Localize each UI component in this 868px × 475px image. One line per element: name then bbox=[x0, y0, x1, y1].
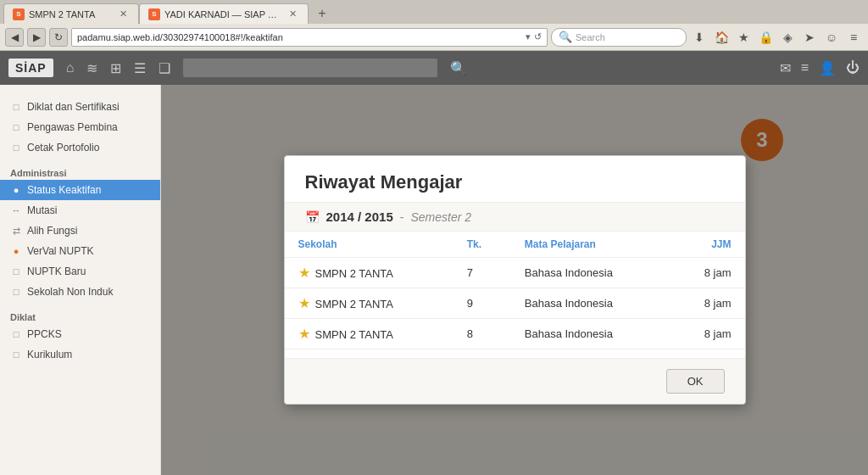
alih-icon: ⇄ bbox=[10, 225, 22, 237]
dialog-title: Riwayat Mengajar bbox=[305, 171, 725, 193]
cell-sekolah-1: ★SMPN 2 TANTA bbox=[285, 288, 453, 319]
star-icon-0: ★ bbox=[298, 265, 310, 280]
tab-close-2[interactable]: ✕ bbox=[287, 8, 299, 20]
table-row: ★SMPN 2 TANTA 8 Bahasa Indonesia 8 jam bbox=[285, 319, 745, 349]
bookmark-icon[interactable]: ★ bbox=[734, 28, 753, 47]
doc-icon[interactable]: ☰ bbox=[134, 60, 146, 76]
list-icon[interactable]: ≡ bbox=[801, 60, 809, 75]
menu-icon[interactable]: ≡ bbox=[844, 28, 863, 47]
col-jjm: JJM bbox=[670, 232, 744, 258]
tab-close-1[interactable]: ✕ bbox=[117, 8, 130, 20]
sidebar-item-mutasi[interactable]: ↔ Mutasi bbox=[0, 200, 160, 221]
app-bar-right: ✉ ≡ 👤 ⏻ bbox=[780, 60, 860, 76]
administrasi-title: Administrasi bbox=[0, 165, 160, 180]
sidebar-label-kurikulum: Kurikulum bbox=[27, 349, 72, 360]
sidebar-item-status[interactable]: ● Status Keaktifan bbox=[0, 180, 160, 200]
cell-mata-0: Bahasa Indonesia bbox=[511, 258, 670, 288]
dialog-semester: Semester 2 bbox=[410, 210, 471, 224]
content-area: 3 tu Digital an Cetak Kartu al. Cetak Ka… bbox=[161, 85, 868, 475]
feed-icon[interactable]: ≋ bbox=[86, 60, 97, 76]
main-layout: □ Diklat dan Sertifikasi □ Pengawas Pemb… bbox=[0, 85, 868, 475]
dialog-header: Riwayat Mengajar bbox=[285, 156, 745, 202]
sidebar-item-cetak-porto[interactable]: □ Cetak Portofolio bbox=[0, 137, 160, 158]
sidebar-section-top: □ Diklat dan Sertifikasi □ Pengawas Pemb… bbox=[0, 92, 160, 159]
sidebar-label-sekolah-non: Sekolah Non Induk bbox=[27, 286, 113, 298]
dialog-year: 2014 / 2015 bbox=[326, 210, 393, 224]
sidebar-item-ppcks[interactable]: □ PPCKS bbox=[0, 324, 160, 344]
star-icon-2: ★ bbox=[298, 327, 310, 341]
power-icon[interactable]: ⏻ bbox=[846, 60, 860, 75]
sidebar-label-nuptk: NUPTK Baru bbox=[27, 265, 86, 277]
diklat-section-title: Diklat bbox=[0, 309, 160, 324]
sidebar-label-ppcks: PPCKS bbox=[27, 328, 62, 340]
cetak-porto-icon: □ bbox=[10, 142, 22, 154]
tab-favicon-1: S bbox=[13, 8, 25, 20]
reload-button[interactable]: ↻ bbox=[49, 28, 68, 47]
tab-bar: S SMPN 2 TANTA ✕ S YADI KARNADI — SIAP P… bbox=[0, 0, 868, 24]
status-icon: ● bbox=[10, 184, 22, 196]
sekolah-non-icon: □ bbox=[10, 286, 22, 298]
siap-logo: SİAP bbox=[8, 59, 53, 77]
pengawas-icon: □ bbox=[10, 121, 22, 133]
search-icon: 🔍 bbox=[559, 31, 572, 43]
sidebar-item-diklat[interactable]: □ Diklat dan Sertifikasi bbox=[0, 97, 160, 117]
tab-title-2: YADI KARNADI — SIAP Pa... bbox=[164, 9, 282, 20]
cell-jjm-0: 8 jam bbox=[670, 258, 744, 288]
sidebar-section-administrasi: Administrasi ● Status Keaktifan ↔ Mutasi… bbox=[0, 159, 160, 304]
dialog-footer: OK bbox=[285, 358, 745, 404]
col-tk: Tk. bbox=[453, 232, 511, 258]
back-button[interactable]: ◀ bbox=[5, 28, 24, 47]
grid-icon[interactable]: ⊞ bbox=[110, 60, 121, 76]
refresh-icon[interactable]: ↺ bbox=[534, 31, 542, 42]
download-icon[interactable]: ⬇ bbox=[690, 28, 709, 47]
mutasi-icon: ↔ bbox=[10, 204, 22, 216]
lock-icon[interactable]: 🔒 bbox=[756, 28, 775, 47]
table-row: ★SMPN 2 TANTA 9 Bahasa Indonesia 8 jam bbox=[285, 288, 745, 319]
ok-button[interactable]: OK bbox=[666, 369, 725, 394]
cell-sekolah-2: ★SMPN 2 TANTA bbox=[285, 319, 453, 349]
new-tab-button[interactable]: + bbox=[312, 5, 332, 22]
dialog-dash: - bbox=[400, 210, 404, 224]
cell-sekolah-0: ★SMPN 2 TANTA bbox=[285, 258, 453, 288]
dialog-subtitle: 📅 2014 / 2015 - Semester 2 bbox=[285, 202, 745, 232]
search-bar[interactable]: 🔍 Search bbox=[551, 28, 687, 47]
sidebar-section-diklat: Diklat □ PPCKS □ Kurikulum bbox=[0, 304, 160, 366]
share-icon[interactable]: ◈ bbox=[778, 28, 797, 47]
ppcks-icon: □ bbox=[10, 328, 22, 340]
table-header-row: Sekolah Tk. Mata Pelajaran JJM bbox=[285, 232, 745, 258]
sidebar-item-sekolah-non[interactable]: □ Sekolah Non Induk bbox=[0, 282, 160, 302]
user-icon[interactable]: 👤 bbox=[819, 60, 836, 76]
arrow-icon[interactable]: ➤ bbox=[800, 28, 819, 47]
address-text: padamu.siap.web.id/30302974100018#!/keak… bbox=[77, 32, 526, 42]
sidebar-item-alih[interactable]: ⇄ Alih Fungsi bbox=[0, 221, 160, 241]
sidebar-item-kurikulum[interactable]: □ Kurikulum bbox=[0, 344, 160, 365]
sidebar-label-status: Status Keaktifan bbox=[27, 184, 101, 196]
home-app-icon[interactable]: ⌂ bbox=[66, 60, 75, 75]
cell-jjm-2: 8 jam bbox=[670, 319, 744, 349]
tab-yadi[interactable]: S YADI KARNADI — SIAP Pa... ✕ bbox=[139, 3, 309, 24]
sidebar-item-verval[interactable]: ● VerVal NUPTK bbox=[0, 241, 160, 261]
dialog-overlay: Riwayat Mengajar 📅 2014 / 2015 - Semeste… bbox=[161, 85, 868, 475]
dropdown-icon[interactable]: ▾ bbox=[526, 31, 531, 42]
sidebar-label-pengawas: Pengawas Pembina bbox=[27, 121, 118, 133]
sidebar-label-verval: VerVal NUPTK bbox=[27, 245, 93, 257]
mail-icon[interactable]: ✉ bbox=[780, 60, 791, 76]
address-bar[interactable]: padamu.siap.web.id/30302974100018#!/keak… bbox=[71, 28, 548, 47]
star-icon-1: ★ bbox=[298, 296, 310, 310]
emoji-icon[interactable]: ☺ bbox=[822, 28, 841, 47]
cell-mata-2: Bahasa Indonesia bbox=[511, 319, 670, 349]
sidebar-item-pengawas[interactable]: □ Pengawas Pembina bbox=[0, 117, 160, 137]
tab-smpn2tanta[interactable]: S SMPN 2 TANTA ✕ bbox=[3, 3, 139, 24]
book-icon[interactable]: ❑ bbox=[159, 60, 170, 76]
forward-button[interactable]: ▶ bbox=[27, 28, 46, 47]
sidebar-label-diklat: Diklat dan Sertifikasi bbox=[27, 101, 120, 113]
nuptk-icon: □ bbox=[10, 265, 22, 277]
app-search-input[interactable] bbox=[183, 59, 437, 77]
app-bar: SİAP ⌂ ≋ ⊞ ☰ ❑ 🔍 ✉ ≡ 👤 ⏻ bbox=[0, 51, 868, 85]
sidebar-item-nuptk[interactable]: □ NUPTK Baru bbox=[0, 261, 160, 282]
home-icon[interactable]: 🏠 bbox=[712, 28, 731, 47]
nav-icons: ⬇ 🏠 ★ 🔒 ◈ ➤ ☺ ≡ bbox=[690, 28, 863, 47]
search-app-icon[interactable]: 🔍 bbox=[450, 60, 467, 76]
col-sekolah: Sekolah bbox=[285, 232, 453, 258]
cell-tk-2: 8 bbox=[453, 319, 511, 349]
